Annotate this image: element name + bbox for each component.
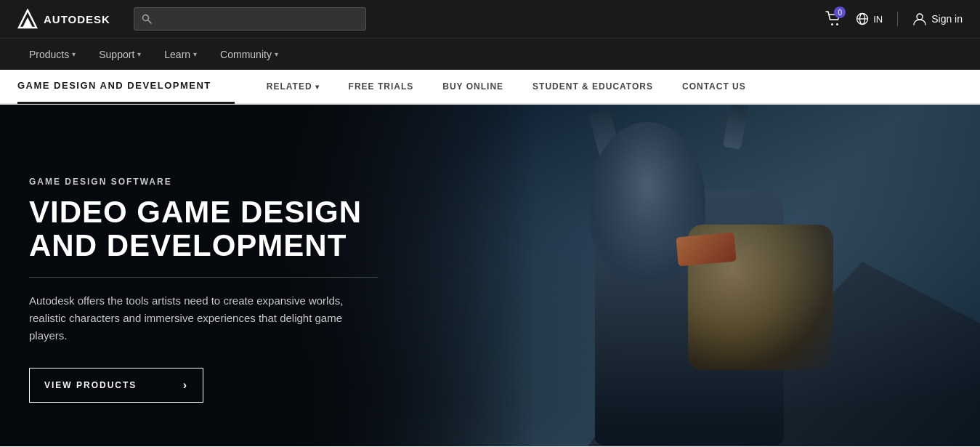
svg-point-5: [836, 23, 838, 25]
globe-icon: [856, 12, 869, 25]
chevron-down-icon: ▾: [137, 50, 141, 58]
sub-nav-related[interactable]: RELATED ▾: [252, 69, 334, 104]
chevron-down-icon: ▾: [72, 50, 76, 58]
hero-section: GAME DESIGN SOFTWARE VIDEO GAME DESIGN A…: [0, 105, 980, 446]
sub-nav-student-educators[interactable]: STUDENT & EDUCATORS: [518, 69, 668, 104]
sub-nav-contact-us[interactable]: CONTACT US: [668, 69, 761, 104]
chevron-down-icon: ▾: [315, 83, 320, 91]
svg-point-2: [142, 15, 148, 21]
hero-content: GAME DESIGN SOFTWARE VIDEO GAME DESIGN A…: [29, 177, 421, 403]
sub-nav-free-trials[interactable]: FREE TRIALS: [334, 69, 429, 104]
hero-subtitle: GAME DESIGN SOFTWARE: [29, 177, 421, 187]
sub-navigation: GAME DESIGN AND DEVELOPMENT RELATED ▾ FR…: [0, 70, 980, 105]
search-input[interactable]: [158, 14, 358, 25]
hero-title: VIDEO GAME DESIGN AND DEVELOPMENT: [29, 196, 421, 262]
top-navigation: AUTODESK 0 IN: [0, 0, 980, 38]
arrow-icon: ›: [183, 379, 188, 392]
main-navigation: Products ▾ Support ▾ Learn ▾ Community ▾: [0, 38, 980, 70]
chevron-down-icon: ▾: [193, 50, 197, 58]
signin-button[interactable]: Sign in: [912, 12, 963, 26]
search-bar[interactable]: [134, 7, 366, 31]
nav-community[interactable]: Community ▾: [208, 39, 290, 71]
cart-badge: 0: [834, 7, 846, 18]
nav-divider: [897, 12, 898, 26]
nav-learn[interactable]: Learn ▾: [153, 39, 208, 71]
sub-nav-buy-online[interactable]: BUY ONLINE: [428, 69, 518, 104]
hero-description: Autodesk offers the tools artists need t…: [29, 292, 378, 345]
region-selector[interactable]: IN: [856, 12, 883, 25]
svg-line-3: [148, 20, 151, 23]
hero-divider: [29, 277, 378, 278]
top-nav-right: 0 IN Sign in: [825, 11, 963, 27]
search-icon: [142, 14, 152, 24]
top-nav-left: AUTODESK: [17, 7, 366, 31]
logo[interactable]: AUTODESK: [17, 9, 110, 29]
sub-nav-title: GAME DESIGN AND DEVELOPMENT: [17, 69, 235, 104]
nav-products[interactable]: Products ▾: [17, 39, 87, 71]
nav-support[interactable]: Support ▾: [87, 39, 153, 71]
sub-nav-links: RELATED ▾ FREE TRIALS BUY ONLINE STUDENT…: [252, 69, 761, 104]
chevron-down-icon: ▾: [275, 50, 278, 58]
autodesk-logo-icon: [17, 9, 38, 29]
cart-button[interactable]: 0: [825, 11, 841, 27]
view-products-button[interactable]: VIEW PRODUCTS ›: [29, 368, 203, 403]
signin-label: Sign in: [931, 13, 963, 25]
svg-point-4: [831, 23, 833, 25]
user-icon: [912, 12, 927, 26]
region-label: IN: [873, 14, 883, 25]
svg-point-9: [917, 14, 923, 20]
logo-text: AUTODESK: [44, 13, 110, 25]
view-products-label: VIEW PRODUCTS: [44, 380, 137, 390]
